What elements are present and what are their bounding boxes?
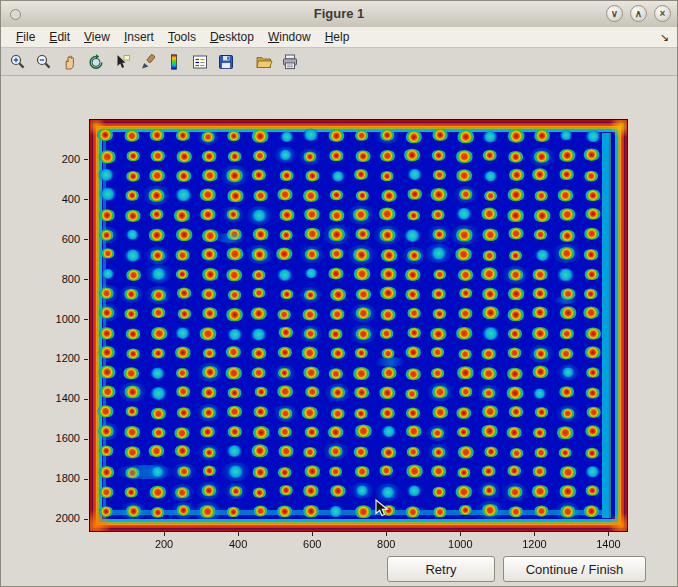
y-tick [84, 439, 88, 440]
pan-button[interactable] [58, 50, 82, 74]
x-tick [534, 532, 535, 536]
open-icon [255, 53, 273, 71]
x-tick-label: 1400 [586, 538, 630, 550]
y-tick [84, 519, 88, 520]
y-tick [84, 359, 88, 360]
save-button[interactable] [214, 50, 238, 74]
menu-insert[interactable]: Insert [117, 28, 161, 46]
plot-axes[interactable] [89, 119, 628, 532]
x-tick [164, 532, 165, 536]
legend-button[interactable] [188, 50, 212, 74]
y-tick [84, 279, 88, 280]
menu-file[interactable]: File [9, 28, 42, 46]
menubar-corner-icon[interactable]: ↘ [660, 31, 669, 44]
y-tick [84, 399, 88, 400]
window-close-button[interactable]: × [654, 5, 671, 22]
x-tick-label: 200 [142, 538, 186, 550]
y-tick-label: 600 [34, 233, 80, 245]
continue-finish-button[interactable]: Continue / Finish [503, 556, 646, 582]
brush-button[interactable] [136, 50, 160, 74]
x-tick-label: 1200 [512, 538, 556, 550]
colorbar-button[interactable] [162, 50, 186, 74]
zoom-in-button[interactable] [6, 50, 30, 74]
save-icon [217, 53, 235, 71]
pan-icon [61, 53, 79, 71]
zoom-in-icon [9, 53, 27, 71]
menu-tools[interactable]: Tools [161, 28, 203, 46]
data-cursor-button[interactable] [110, 50, 134, 74]
y-tick-label: 200 [34, 153, 80, 165]
titlebar[interactable]: Figure 1 ∨∧× [1, 1, 677, 28]
window-shade-button[interactable]: ∨ [606, 5, 623, 22]
zoom-out-button[interactable] [32, 50, 56, 74]
y-tick-label: 800 [34, 273, 80, 285]
x-tick [312, 532, 313, 536]
y-tick-label: 1600 [34, 432, 80, 444]
x-tick-label: 1000 [438, 538, 482, 550]
menu-view[interactable]: View [77, 28, 117, 46]
x-tick [608, 532, 609, 536]
rotate-3d-button[interactable] [84, 50, 108, 74]
x-tick-label: 800 [364, 538, 408, 550]
x-tick [238, 532, 239, 536]
y-tick-label: 400 [34, 193, 80, 205]
x-tick-label: 400 [216, 538, 260, 550]
colorbar-icon [165, 53, 183, 71]
window-controls: ∨∧× [606, 5, 671, 22]
menu-help[interactable]: Help [318, 28, 357, 46]
y-tick-label: 2000 [34, 512, 80, 524]
menu-desktop[interactable]: Desktop [203, 28, 261, 46]
brush-icon [139, 53, 157, 71]
rotate-3d-icon [87, 53, 105, 71]
y-tick [84, 199, 88, 200]
zoom-out-icon [35, 53, 53, 71]
figure-area: Retry Continue / Finish 2004006008001000… [1, 76, 677, 586]
menubar: FileEditViewInsertToolsDesktopWindowHelp… [1, 27, 677, 48]
open-button[interactable] [252, 50, 276, 74]
x-tick-label: 600 [290, 538, 334, 550]
y-tick-label: 1200 [34, 352, 80, 364]
figure-window: Figure 1 ∨∧× FileEditViewInsertToolsDesk… [0, 0, 678, 587]
menubar-items: FileEditViewInsertToolsDesktopWindowHelp [9, 28, 356, 46]
y-tick-label: 1400 [34, 392, 80, 404]
menu-edit[interactable]: Edit [42, 28, 77, 46]
y-tick-label: 1000 [34, 313, 80, 325]
retry-button[interactable]: Retry [387, 556, 495, 582]
y-tick [84, 159, 88, 160]
window-maximize-button[interactable]: ∧ [630, 5, 647, 22]
y-tick-label: 1800 [34, 472, 80, 484]
heatmap-image[interactable] [90, 120, 627, 531]
data-cursor-icon [113, 53, 131, 71]
toolbar [1, 48, 677, 76]
menu-window[interactable]: Window [261, 28, 318, 46]
legend-icon [191, 53, 209, 71]
print-button[interactable] [278, 50, 302, 74]
print-icon [281, 53, 299, 71]
x-tick [386, 532, 387, 536]
y-tick [84, 479, 88, 480]
y-tick [84, 319, 88, 320]
window-title: Figure 1 [1, 6, 677, 21]
x-tick [460, 532, 461, 536]
y-tick [84, 239, 88, 240]
